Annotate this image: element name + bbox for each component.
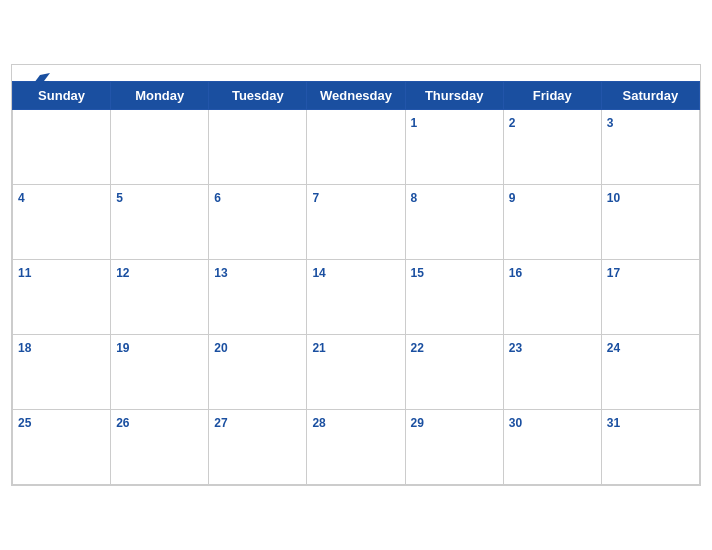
day-number: 15 (411, 266, 424, 280)
calendar-cell: 22 (405, 335, 503, 410)
day-number: 13 (214, 266, 227, 280)
day-number: 17 (607, 266, 620, 280)
day-number: 2 (509, 116, 516, 130)
calendar-cell: 17 (601, 260, 699, 335)
calendar-cell: 14 (307, 260, 405, 335)
calendar-cell: 26 (111, 410, 209, 485)
logo-area (28, 73, 50, 89)
calendar-cell (307, 110, 405, 185)
day-number: 20 (214, 341, 227, 355)
calendar-cell: 2 (503, 110, 601, 185)
day-number: 12 (116, 266, 129, 280)
day-number: 19 (116, 341, 129, 355)
weekday-header-friday: Friday (503, 82, 601, 110)
calendar: SundayMondayTuesdayWednesdayThursdayFrid… (11, 64, 701, 486)
day-number: 10 (607, 191, 620, 205)
calendar-cell: 24 (601, 335, 699, 410)
day-number: 14 (312, 266, 325, 280)
calendar-table: SundayMondayTuesdayWednesdayThursdayFrid… (12, 81, 700, 485)
calendar-cell (209, 110, 307, 185)
weekday-header-wednesday: Wednesday (307, 82, 405, 110)
calendar-cell: 16 (503, 260, 601, 335)
calendar-cell: 6 (209, 185, 307, 260)
svg-marker-0 (34, 73, 50, 89)
day-number: 30 (509, 416, 522, 430)
day-number: 29 (411, 416, 424, 430)
logo-bird-icon (30, 73, 50, 89)
calendar-cell (111, 110, 209, 185)
calendar-cell: 21 (307, 335, 405, 410)
calendar-cell: 13 (209, 260, 307, 335)
day-number: 24 (607, 341, 620, 355)
week-row-1: 123 (13, 110, 700, 185)
week-row-2: 45678910 (13, 185, 700, 260)
day-number: 6 (214, 191, 221, 205)
calendar-cell: 1 (405, 110, 503, 185)
day-number: 23 (509, 341, 522, 355)
calendar-cell: 25 (13, 410, 111, 485)
calendar-cell: 27 (209, 410, 307, 485)
calendar-cell: 7 (307, 185, 405, 260)
calendar-cell: 12 (111, 260, 209, 335)
calendar-cell: 9 (503, 185, 601, 260)
day-number: 21 (312, 341, 325, 355)
calendar-cell: 29 (405, 410, 503, 485)
day-number: 16 (509, 266, 522, 280)
day-number: 4 (18, 191, 25, 205)
calendar-cell: 8 (405, 185, 503, 260)
calendar-cell: 18 (13, 335, 111, 410)
day-number: 1 (411, 116, 418, 130)
day-number: 31 (607, 416, 620, 430)
calendar-cell: 28 (307, 410, 405, 485)
calendar-header (12, 65, 700, 81)
weekday-header-saturday: Saturday (601, 82, 699, 110)
calendar-cell: 4 (13, 185, 111, 260)
calendar-cell: 11 (13, 260, 111, 335)
calendar-cell: 3 (601, 110, 699, 185)
weekday-header-monday: Monday (111, 82, 209, 110)
day-number: 25 (18, 416, 31, 430)
day-number: 3 (607, 116, 614, 130)
week-row-5: 25262728293031 (13, 410, 700, 485)
calendar-cell (13, 110, 111, 185)
day-number: 18 (18, 341, 31, 355)
day-number: 8 (411, 191, 418, 205)
calendar-cell: 30 (503, 410, 601, 485)
calendar-cell: 23 (503, 335, 601, 410)
weekday-header-tuesday: Tuesday (209, 82, 307, 110)
calendar-cell: 15 (405, 260, 503, 335)
day-number: 22 (411, 341, 424, 355)
calendar-cell: 20 (209, 335, 307, 410)
day-number: 7 (312, 191, 319, 205)
day-number: 9 (509, 191, 516, 205)
day-number: 28 (312, 416, 325, 430)
calendar-cell: 31 (601, 410, 699, 485)
calendar-body: 1234567891011121314151617181920212223242… (13, 110, 700, 485)
day-number: 11 (18, 266, 31, 280)
calendar-cell: 10 (601, 185, 699, 260)
weekday-header-row: SundayMondayTuesdayWednesdayThursdayFrid… (13, 82, 700, 110)
weekday-header-thursday: Thursday (405, 82, 503, 110)
day-number: 27 (214, 416, 227, 430)
week-row-3: 11121314151617 (13, 260, 700, 335)
calendar-cell: 19 (111, 335, 209, 410)
week-row-4: 18192021222324 (13, 335, 700, 410)
day-number: 26 (116, 416, 129, 430)
day-number: 5 (116, 191, 123, 205)
calendar-cell: 5 (111, 185, 209, 260)
